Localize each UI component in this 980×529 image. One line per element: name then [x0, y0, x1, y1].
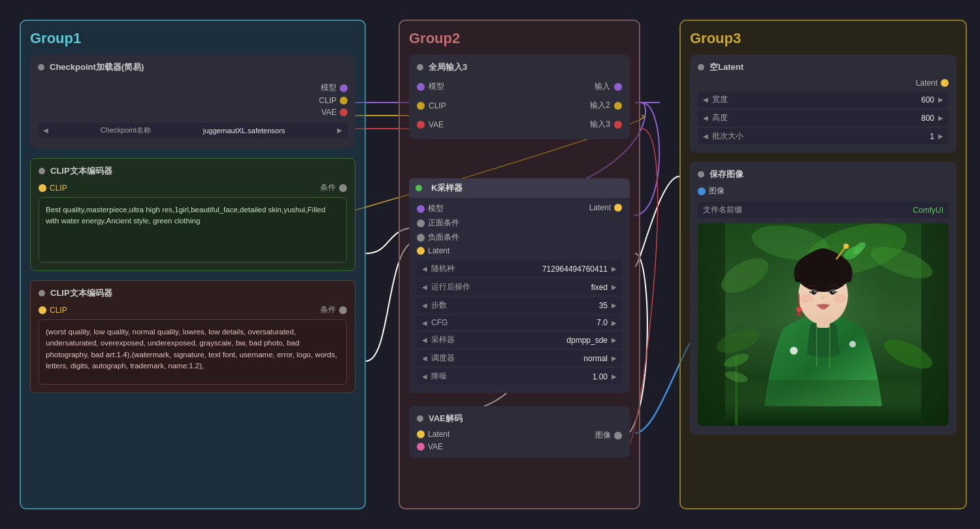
group3-title: Group3	[690, 30, 956, 47]
filename-prefix[interactable]: 文件名前缀 ComfyUI	[698, 202, 949, 218]
checkpoint-selector[interactable]: ◀ Checkpoint名称 juggernautXL.safetensors …	[38, 123, 348, 138]
steps-prev[interactable]: ◀	[422, 302, 427, 309]
batch-next[interactable]: ▶	[938, 133, 943, 140]
save-img-conn	[698, 187, 706, 195]
vae-img-label: 图像	[595, 430, 611, 441]
latent-out-conn	[941, 79, 949, 87]
ckpt-prev-arrow[interactable]: ◀	[43, 127, 48, 134]
sched-value-ctrl: normal ▶	[583, 354, 617, 363]
cfg-value-ctrl: 7.0 ▶	[596, 318, 617, 327]
vae-latent-label: Latent	[428, 430, 449, 439]
svg-point-29	[832, 291, 834, 293]
width-prev[interactable]: ◀	[703, 96, 708, 103]
filename-label: 文件名前缀	[703, 204, 742, 216]
k-sampler-node: K采样器 模型 正面条件 负面条件	[409, 178, 630, 393]
latent-height[interactable]: ◀ 高度 800 ▶	[698, 110, 949, 126]
global-input-title: 全局输入3	[429, 61, 467, 73]
main-canvas: Group1 Checkpoint加载器(简易) 模型 CLIP VAE	[0, 0, 980, 529]
group2: Group2 全局输入3 模型 输入	[399, 20, 640, 509]
clip-neg-output: 条件	[320, 304, 347, 315]
latent-output-row: Latent	[698, 78, 949, 88]
sched-controls: ◀ 调度器	[422, 353, 455, 364]
k-neg-label: 负面条件	[428, 232, 459, 243]
after-prev[interactable]: ◀	[422, 283, 427, 291]
cfg-label: CFG	[431, 318, 448, 327]
clip-pos-input: CLIP	[39, 184, 67, 193]
sched-next[interactable]: ▶	[612, 355, 617, 362]
k-latent-in-label: Latent	[428, 246, 449, 255]
vae-decode-node: VAE解码 Latent VAE 图像	[409, 406, 630, 458]
height-prev[interactable]: ◀	[703, 114, 708, 121]
vae-latent-conn	[417, 430, 425, 438]
clip-neg-header: CLIP文本编码器	[39, 287, 347, 299]
k-sampler-dot	[416, 185, 422, 191]
denoise-prev[interactable]: ◀	[422, 373, 427, 380]
k-sampler-inputs: 模型 正面条件 负面条件 Latent	[417, 203, 459, 255]
batch-prev[interactable]: ◀	[703, 133, 708, 140]
svg-point-31	[833, 294, 846, 303]
ckpt-next-arrow[interactable]: ▶	[337, 127, 342, 134]
gi-model-in	[417, 83, 425, 91]
sched-value: normal	[583, 354, 608, 363]
after-next[interactable]: ▶	[612, 283, 617, 291]
clip-neg-text[interactable]: (worst quality, low quality, normal qual…	[39, 319, 347, 385]
svg-rect-32	[725, 380, 921, 426]
denoise-value-ctrl: 1.00 ▶	[593, 372, 617, 381]
k-input-neg: 负面条件	[417, 232, 459, 243]
steps-label: 步数	[431, 300, 447, 311]
param-steps[interactable]: ◀ 步数 35 ▶	[417, 297, 622, 313]
width-next[interactable]: ▶	[938, 96, 943, 103]
cfg-prev[interactable]: ◀	[422, 319, 427, 327]
vae-out-label: VAE	[321, 108, 336, 117]
sampler-prev[interactable]: ◀	[422, 336, 427, 344]
steps-value: 35	[599, 301, 608, 310]
save-image-node: 保存图像 图像 文件名前缀 ComfyUI	[690, 162, 956, 435]
clip-neg-input: CLIP	[39, 306, 67, 315]
model-connector	[340, 84, 348, 92]
global-input-rows: 模型 输入 CLIP 输入2	[417, 78, 622, 133]
param-cfg[interactable]: ◀ CFG 7.0 ▶	[417, 315, 622, 330]
sched-prev[interactable]: ◀	[422, 355, 427, 362]
param-scheduler[interactable]: ◀ 调度器 normal ▶	[417, 350, 622, 366]
seed-prev[interactable]: ◀	[422, 265, 427, 272]
cfg-next[interactable]: ▶	[612, 319, 617, 327]
param-sampler[interactable]: ◀ 采样器 dpmpp_sde ▶	[417, 332, 622, 348]
clip-connector	[340, 97, 348, 104]
denoise-next[interactable]: ▶	[612, 373, 617, 380]
k-model-conn	[417, 205, 425, 213]
param-after[interactable]: ◀ 运行后操作 fixed ▶	[417, 279, 622, 295]
gi-input1-out	[614, 83, 622, 91]
cfg-value: 7.0	[596, 318, 608, 327]
global-input-row-clip: CLIP 输入2	[417, 97, 622, 114]
gi-right-input1: 输入	[595, 81, 622, 92]
height-controls: ◀ 高度	[703, 112, 728, 123]
latent-width[interactable]: ◀ 宽度 600 ▶	[698, 91, 949, 108]
param-seed[interactable]: ◀ 随机种 712964494760411 ▶	[417, 261, 622, 277]
clip-pos-text[interactable]: Best quality,masterpiece,ultra high res,…	[39, 197, 347, 263]
latent-batch[interactable]: ◀ 批次大小 1 ▶	[698, 128, 949, 144]
k-input-pos: 正面条件	[417, 217, 459, 229]
vae-decode-title: VAE解码	[429, 413, 463, 425]
batch-value-ctrl: 1 ▶	[930, 132, 943, 141]
sampler-value: dpmpp_sde	[566, 336, 608, 345]
sampler-next[interactable]: ▶	[612, 336, 617, 344]
width-label: 宽度	[712, 94, 728, 105]
gi-clip-in	[417, 102, 425, 110]
vae-decode-inputs: Latent VAE	[417, 430, 449, 451]
param-denoise[interactable]: ◀ 降噪 1.00 ▶	[417, 368, 622, 385]
portrait-svg	[698, 223, 949, 426]
k-latent-out-conn	[614, 204, 622, 212]
clip-pos-clip-label: CLIP	[50, 184, 67, 193]
after-controls: ◀ 运行后操作	[422, 281, 470, 293]
global-input-row-model: 模型 输入	[417, 78, 622, 95]
seed-label: 随机种	[431, 263, 455, 274]
ckpt-label: Checkpoint名称	[101, 125, 151, 135]
latent-output-label: Latent	[916, 78, 938, 88]
empty-latent-node: 空Latent Latent ◀ 宽度 600 ▶	[690, 55, 956, 153]
steps-next[interactable]: ▶	[612, 302, 617, 309]
height-next[interactable]: ▶	[938, 114, 943, 121]
seed-next[interactable]: ▶	[612, 265, 617, 272]
sched-label: 调度器	[431, 353, 455, 364]
height-label: 高度	[712, 112, 728, 123]
empty-latent-title: 空Latent	[710, 61, 743, 73]
